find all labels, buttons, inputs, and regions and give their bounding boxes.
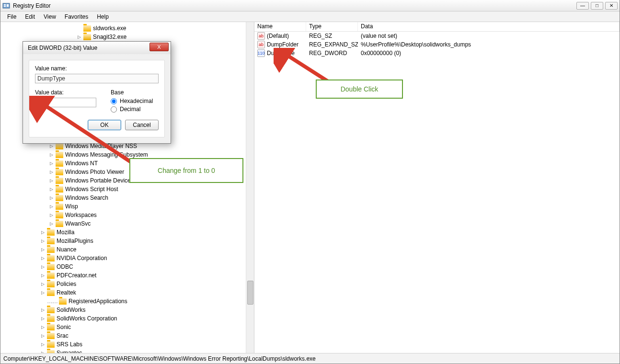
tree-item[interactable]: ▷Windows Script Host	[5, 185, 254, 193]
tree-item-label: Windows Portable Devices	[65, 176, 134, 185]
expand-toggle-icon[interactable]: ▷	[40, 324, 46, 330]
registry-value-row[interactable]: abDumpFolderREG_EXPAND_SZ%UserProfile%\D…	[254, 40, 620, 49]
menu-file[interactable]: File	[3, 12, 20, 21]
svg-rect-1	[4, 4, 6, 5]
tree-item[interactable]: ▷Sonic	[5, 323, 254, 331]
close-button[interactable]: ✕	[605, 2, 618, 10]
expand-toggle-icon[interactable]	[40, 298, 46, 304]
expand-toggle-icon[interactable]: ▷	[48, 212, 54, 218]
tree-item[interactable]: ……RegisteredApplications	[5, 297, 254, 306]
folder-icon	[47, 229, 55, 236]
tree-item[interactable]: ▷Realtek	[5, 288, 254, 297]
folder-icon	[56, 152, 63, 158]
expand-toggle-icon[interactable]: ▷	[40, 316, 46, 321]
expand-toggle-icon[interactable]: ▷	[40, 264, 46, 270]
cancel-button[interactable]: Cancel	[125, 120, 159, 130]
col-header-name[interactable]: Name	[254, 22, 306, 31]
tree-item[interactable]: ▷Nuance	[5, 245, 254, 254]
expand-toggle-icon[interactable]: ▷	[48, 204, 54, 209]
tree-item[interactable]: ▷SolidWorks Corporation	[5, 314, 254, 323]
menu-view[interactable]: View	[40, 12, 60, 21]
expand-toggle-icon[interactable]: ▷	[48, 221, 54, 227]
tree-item-label: Windows NT	[65, 159, 98, 168]
tree-item[interactable]: ▷Srac	[5, 331, 254, 340]
expand-toggle-icon[interactable]: ▷	[48, 186, 54, 192]
folder-icon	[56, 186, 63, 193]
expand-toggle-icon[interactable]	[76, 25, 82, 31]
svg-rect-2	[4, 6, 6, 7]
expand-toggle-icon[interactable]: ▷	[48, 195, 54, 201]
folder-icon	[56, 160, 63, 167]
tree-item[interactable]: ▷WwanSvc	[5, 219, 254, 228]
tree-scrollbar[interactable]	[246, 22, 254, 353]
dialog-close-button[interactable]: X	[149, 43, 169, 51]
status-bar: Computer\HKEY_LOCAL_MACHINE\SOFTWARE\Mic…	[0, 353, 620, 364]
tree-item[interactable]: ▷Symantec	[5, 349, 254, 353]
expand-toggle-icon[interactable]: ▷	[48, 169, 54, 175]
tree-item[interactable]: ▷Policies	[5, 280, 254, 288]
value-data: (value not set)	[358, 33, 620, 39]
tree-item[interactable]: ▷ODBC	[5, 262, 254, 271]
window-title: Registry Editor	[13, 2, 576, 9]
radio-hex-input[interactable]	[111, 98, 117, 104]
expand-toggle-icon[interactable]: ▷	[76, 34, 82, 40]
tree-item-label: ODBC	[57, 262, 73, 271]
expand-toggle-icon[interactable]: ▷	[48, 152, 54, 158]
expand-toggle-icon[interactable]: ▷	[40, 273, 46, 278]
scroll-thumb[interactable]	[247, 281, 253, 305]
menu-edit[interactable]: Edit	[21, 12, 39, 21]
expand-toggle-icon[interactable]: ▷	[48, 143, 54, 149]
folder-icon	[83, 25, 91, 32]
expand-toggle-icon[interactable]: ▷	[40, 255, 46, 261]
tree-item[interactable]: sldworks.exe	[5, 24, 254, 33]
dialog-title: Edit DWORD (32-bit) Value	[28, 45, 97, 51]
folder-icon	[47, 255, 55, 262]
tree-item[interactable]: ▷Wisp	[5, 202, 254, 211]
radio-dec-input[interactable]	[111, 106, 117, 113]
tree-item-label: NVIDIA Corporation	[57, 254, 107, 262]
tree-item-label: Windows Search	[65, 193, 108, 202]
expand-toggle-icon[interactable]: ▷	[48, 178, 54, 183]
app-icon	[2, 2, 10, 10]
ok-button[interactable]: OK	[88, 120, 121, 130]
tree-item[interactable]: ▷SRS Labs	[5, 340, 254, 349]
value-type: REG_SZ	[306, 33, 358, 39]
tree-item[interactable]: ▷Workspaces	[5, 211, 254, 219]
radio-hex[interactable]: Hexadecimal	[111, 98, 159, 104]
expand-toggle-icon[interactable]: ▷	[48, 160, 54, 166]
expand-toggle-icon[interactable]: ▷	[40, 290, 46, 296]
expand-toggle-icon[interactable]: ▷	[40, 350, 46, 353]
menu-help[interactable]: Help	[93, 12, 113, 21]
expand-toggle-icon[interactable]: ▷	[40, 341, 46, 347]
col-header-type[interactable]: Type	[306, 22, 358, 31]
folder-icon	[47, 307, 55, 313]
col-header-data[interactable]: Data	[358, 22, 620, 31]
expand-toggle-icon[interactable]: ▷	[40, 238, 46, 244]
tree-item[interactable]: ▷Snagit32.exe	[5, 33, 254, 41]
tree-item[interactable]: ▷PDFCreator.net	[5, 271, 254, 280]
expand-toggle-icon[interactable]: ▷	[40, 307, 46, 313]
menu-favorites[interactable]: Favorites	[61, 12, 92, 21]
expand-toggle-icon[interactable]: ▷	[40, 281, 46, 287]
registry-value-row[interactable]: 110DumpTypeREG_DWORD0x00000000 (0)	[254, 49, 620, 57]
tree-item-label: sldworks.exe	[93, 24, 126, 33]
expand-toggle-icon[interactable]: ▷	[40, 333, 46, 339]
tree-item[interactable]: ▷Windows Search	[5, 193, 254, 202]
minimize-button[interactable]: —	[576, 2, 589, 10]
expand-toggle-icon[interactable]: ▷	[40, 247, 46, 252]
maximize-button[interactable]: □	[591, 2, 603, 10]
registry-value-row[interactable]: ab(Default)REG_SZ(value not set)	[254, 32, 620, 40]
tree-item[interactable]: ▷Mozilla	[5, 228, 254, 237]
tree-item[interactable]: ▷MozillaPlugins	[5, 237, 254, 245]
dialog-title-bar[interactable]: Edit DWORD (32-bit) Value X	[23, 42, 171, 54]
expand-toggle-icon[interactable]: ▷	[40, 229, 46, 235]
tree-item[interactable]: ▷SolidWorks	[5, 306, 254, 314]
folder-icon	[56, 169, 63, 175]
folder-icon	[47, 333, 55, 339]
radio-dec[interactable]: Decimal	[111, 106, 159, 113]
tree-item[interactable]: ▷NVIDIA Corporation	[5, 254, 254, 262]
tree-item-label: SRS Labs	[57, 340, 82, 349]
value-type: REG_EXPAND_SZ	[306, 41, 358, 48]
folder-icon	[56, 204, 63, 210]
value-data-input[interactable]	[35, 98, 96, 107]
